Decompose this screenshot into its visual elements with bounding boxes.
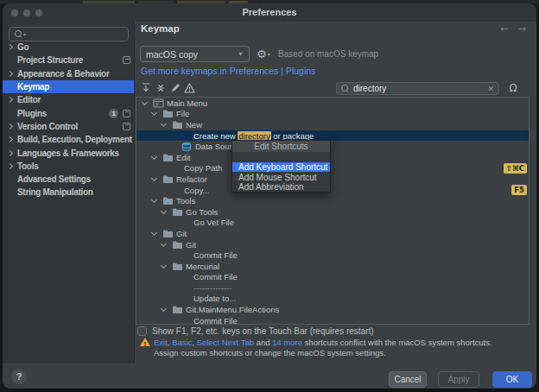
chevron-down-icon bbox=[151, 154, 157, 160]
folder-icon bbox=[172, 305, 186, 314]
conflicting-shortcut-badge: ⇧⌘C bbox=[504, 163, 527, 174]
chevron-down-icon bbox=[151, 110, 157, 116]
tree-row[interactable]: Data Source bbox=[136, 141, 529, 152]
tree-row-label: Copy... bbox=[184, 186, 209, 195]
sidebar-item-tools[interactable]: Tools bbox=[3, 160, 134, 173]
forward-arrow-icon[interactable]: → bbox=[518, 23, 526, 35]
tree-row[interactable]: Go Tools bbox=[136, 206, 529, 218]
tree-row[interactable]: Refactor bbox=[136, 174, 529, 185]
context-menu: Edit Shortcuts Add Keyboard ShortcutAdd … bbox=[231, 140, 331, 193]
tree-row[interactable]: Git bbox=[136, 239, 529, 250]
conflict-link[interactable]: 14 more bbox=[272, 338, 302, 347]
chevron-right-icon bbox=[7, 71, 13, 77]
tree-row[interactable]: Commit File bbox=[136, 315, 529, 325]
sidebar-item-plugins[interactable]: Plugins1 bbox=[3, 106, 134, 119]
tree-row[interactable]: Commit File bbox=[136, 272, 529, 283]
sidebar-item-languages-frameworks[interactable]: Languages & Frameworks bbox=[3, 146, 134, 159]
folder-icon bbox=[162, 174, 176, 184]
keymap-settings-gear-button[interactable]: ⚙▾ bbox=[257, 46, 270, 62]
tree-row[interactable]: Commit File bbox=[136, 250, 529, 261]
sidebar-item-version-control[interactable]: Version Control bbox=[3, 120, 134, 133]
shortcut-filter-input[interactable]: directory ✕ bbox=[336, 82, 499, 95]
context-menu-item-add-keyboard-shortcut[interactable]: Add Keyboard Shortcut bbox=[232, 162, 330, 172]
ok-button[interactable]: OK bbox=[492, 371, 532, 388]
sidebar-item-label: Advanced Settings bbox=[17, 174, 91, 184]
sidebar-item-label: Plugins bbox=[17, 109, 47, 118]
tree-row-label: Git.MainMenu.FileActions bbox=[186, 305, 279, 314]
collapse-all-icon[interactable] bbox=[155, 82, 166, 93]
sidebar-item-label: Editor bbox=[17, 95, 41, 104]
back-arrow-icon[interactable]: ← bbox=[500, 23, 508, 35]
conflicting-shortcut-badge: F5 bbox=[511, 185, 527, 195]
main-menu-icon bbox=[153, 98, 167, 108]
tree-row[interactable]: Copy Path⇧⌘C bbox=[136, 163, 529, 174]
tree-row[interactable]: Edit bbox=[136, 152, 529, 163]
chevron-down-icon: ▼ bbox=[238, 51, 244, 57]
sidebar-item-label: Go bbox=[17, 42, 29, 52]
settings-search-input[interactable]: ▾ bbox=[9, 27, 129, 41]
tree-row[interactable]: Git.MainMenu.FileActions bbox=[136, 304, 529, 315]
show-conflicts-icon[interactable] bbox=[184, 82, 195, 93]
context-menu-item-add-abbreviation[interactable]: Add Abbreviation bbox=[232, 182, 330, 192]
conflict-link[interactable]: Basic bbox=[172, 338, 192, 347]
sidebar-item-project-structure[interactable]: Project Structure bbox=[3, 54, 134, 66]
get-more-keymaps-link[interactable]: Get more keymaps in Preferences | Plugin… bbox=[141, 66, 315, 76]
tree-row-label: Commit File bbox=[193, 272, 238, 281]
tree-row[interactable]: -------------- bbox=[136, 282, 529, 294]
sidebar-item-build-execution-deployment[interactable]: Build, Execution, Deployment bbox=[3, 133, 134, 146]
tree-row[interactable]: Create new directory or package bbox=[136, 130, 529, 142]
sidebar-item-keymap[interactable]: Keymap bbox=[3, 80, 134, 93]
clear-search-icon[interactable]: ✕ bbox=[487, 85, 494, 93]
tree-row[interactable]: Git bbox=[136, 228, 529, 239]
tree-row[interactable]: Update to... bbox=[136, 294, 529, 305]
tree-row-label: New bbox=[186, 120, 202, 130]
tree-row[interactable]: Mercurial bbox=[136, 261, 529, 272]
touchbar-checkbox-label: Show F1, F2, etc. keys on the Touch Bar … bbox=[152, 326, 374, 336]
tree-row-label: Update to... bbox=[193, 294, 236, 303]
keymap-scheme-select[interactable]: macOS copy ▼ bbox=[140, 46, 250, 62]
context-menu-item-add-mouse-shortcut[interactable]: Add Mouse Shortcut bbox=[232, 172, 330, 181]
touchbar-checkbox-row: Show F1, F2, etc. keys on the Touch Bar … bbox=[137, 326, 374, 336]
sidebar-item-appearance-behavior[interactable]: Appearance & Behavior bbox=[3, 67, 134, 80]
sidebar-item-advanced-settings[interactable]: Advanced Settings bbox=[3, 173, 134, 186]
sidebar-item-editor[interactable]: Editor bbox=[3, 93, 134, 106]
conflict-warning-line2: Assign custom shortcuts or change the ma… bbox=[154, 348, 492, 358]
external-settings-icon bbox=[123, 56, 130, 64]
sidebar-item-label: Keymap bbox=[17, 82, 49, 92]
database-icon bbox=[181, 142, 195, 152]
sidebar-item-go[interactable]: Go bbox=[3, 41, 134, 54]
folder-icon bbox=[162, 109, 176, 118]
tree-row[interactable]: Go Vet File bbox=[136, 218, 529, 229]
cancel-button[interactable]: Cancel bbox=[389, 371, 427, 388]
chevron-right-icon bbox=[7, 136, 13, 142]
chevron-down-icon bbox=[151, 197, 157, 203]
search-match-highlight: directory bbox=[238, 131, 270, 141]
tree-row[interactable]: Copy...F5 bbox=[136, 185, 529, 196]
edit-shortcut-icon[interactable] bbox=[169, 82, 181, 93]
folder-icon bbox=[172, 262, 186, 271]
help-button[interactable]: ? bbox=[11, 369, 27, 384]
warning-icon bbox=[140, 338, 150, 347]
plugins-count-badge: 1 bbox=[109, 109, 118, 118]
chevron-right-icon bbox=[7, 44, 13, 50]
expand-all-icon[interactable] bbox=[140, 82, 151, 93]
apply-button[interactable]: Apply bbox=[438, 371, 479, 388]
search-history-caret-icon: ▾ bbox=[23, 31, 26, 37]
page-title: Keymap bbox=[141, 23, 180, 34]
tree-row[interactable]: New bbox=[136, 119, 529, 130]
touchbar-checkbox[interactable] bbox=[137, 326, 147, 336]
find-actions-by-shortcut-icon[interactable]: Ω bbox=[506, 81, 520, 95]
sidebar-item-string-manipulation[interactable]: String Manipulation bbox=[3, 186, 134, 199]
conflict-text: shortcuts conflict with the macOS system… bbox=[302, 338, 492, 347]
conflict-link[interactable]: Select Next Tab bbox=[197, 338, 254, 347]
external-settings-icon bbox=[123, 123, 130, 130]
conflict-link[interactable]: Exit bbox=[154, 338, 168, 347]
chevron-right-icon bbox=[7, 97, 13, 103]
tree-toolbar bbox=[140, 81, 195, 94]
tree-row[interactable]: Main Menu bbox=[136, 98, 529, 109]
tree-row[interactable]: File bbox=[136, 109, 529, 120]
folder-icon bbox=[172, 240, 186, 250]
tree-row[interactable]: Tools bbox=[136, 195, 529, 206]
chevron-right-icon bbox=[7, 123, 13, 130]
sidebar-item-label: Languages & Frameworks bbox=[17, 149, 119, 158]
